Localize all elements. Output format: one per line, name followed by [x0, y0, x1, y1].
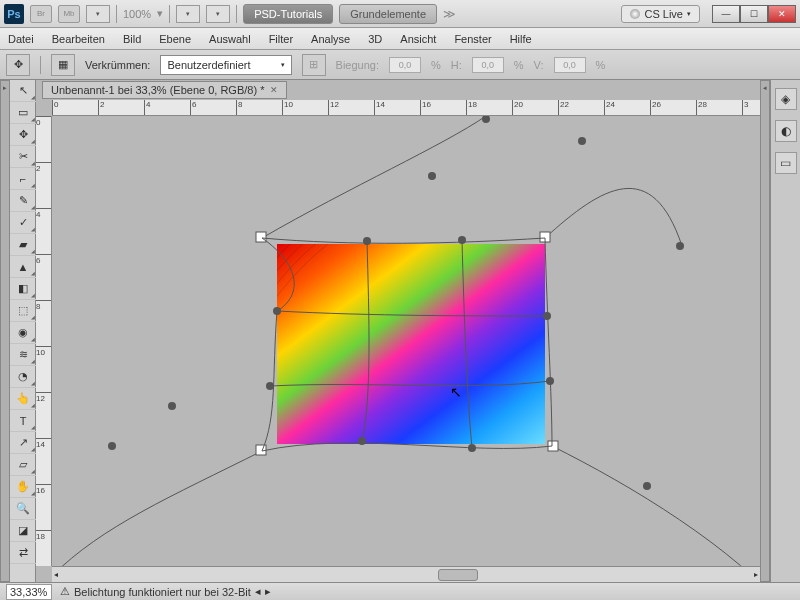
menu-bild[interactable]: Bild: [123, 33, 141, 45]
svg-point-12: [546, 377, 554, 385]
tool-brush[interactable]: ▰◢: [10, 234, 36, 256]
warning-icon: ⚠: [60, 585, 70, 598]
menu-analyse[interactable]: Analyse: [311, 33, 350, 45]
menubar: Datei Bearbeiten Bild Ebene Auswahl Filt…: [0, 28, 800, 50]
tool-hand[interactable]: ✋◢: [10, 476, 36, 498]
tool-blur[interactable]: ≋◢: [10, 344, 36, 366]
workspace-btn-1[interactable]: PSD-Tutorials: [243, 4, 333, 24]
view-dropdown-1[interactable]: [86, 5, 110, 23]
close-button[interactable]: ✕: [768, 5, 796, 23]
warp-grid-icon[interactable]: ▦: [51, 54, 75, 76]
tab-close-icon[interactable]: ✕: [270, 85, 278, 95]
tool-crop[interactable]: ⌐◢: [10, 168, 36, 190]
menu-hilfe[interactable]: Hilfe: [510, 33, 532, 45]
tool-type[interactable]: T◢: [10, 410, 36, 432]
menu-auswahl[interactable]: Auswahl: [209, 33, 251, 45]
titlebar-zoom[interactable]: 100%: [123, 8, 151, 20]
flyout-left[interactable]: ▸: [0, 80, 10, 582]
tool-mask[interactable]: ⇄: [10, 542, 36, 564]
tool-heal[interactable]: ✓◢: [10, 212, 36, 234]
panel-paths-icon[interactable]: ▭: [775, 152, 797, 174]
flyout-right[interactable]: ◂: [760, 80, 770, 582]
arrange-dropdown[interactable]: [176, 5, 200, 23]
tool-stamp[interactable]: ▲◢: [10, 256, 36, 278]
maximize-button[interactable]: ☐: [740, 5, 768, 23]
status-zoom-field[interactable]: 33,33%: [6, 584, 52, 600]
tool-wand[interactable]: ✂◢: [10, 146, 36, 168]
menu-datei[interactable]: Datei: [8, 33, 34, 45]
warp-orientation-icon: ⊞: [302, 54, 326, 76]
ruler-vertical[interactable]: 0246810121416182: [36, 116, 52, 566]
tool-dodge[interactable]: ◔◢: [10, 366, 36, 388]
scrollbar-horizontal[interactable]: ◂ ▸: [52, 566, 760, 582]
tool-shape[interactable]: ▱◢: [10, 454, 36, 476]
warp-preset-select[interactable]: Benutzerdefiniert: [160, 55, 291, 75]
menu-ansicht[interactable]: Ansicht: [400, 33, 436, 45]
warped-image[interactable]: [277, 244, 545, 444]
svg-point-11: [266, 382, 274, 390]
canvas-wrap: Unbenannt-1 bei 33,3% (Ebene 0, RGB/8) *…: [36, 80, 760, 582]
document-tabs: Unbenannt-1 bei 33,3% (Ebene 0, RGB/8) *…: [36, 80, 760, 100]
tool-eyedropper[interactable]: ✎◢: [10, 190, 36, 212]
minimize-button[interactable]: —: [712, 5, 740, 23]
svg-point-8: [428, 172, 436, 180]
svg-rect-2: [540, 232, 550, 242]
svg-point-18: [108, 442, 116, 450]
transform-tool-icon[interactable]: ✥: [6, 54, 30, 76]
tool-pen[interactable]: 👆◢: [10, 388, 36, 410]
canvas[interactable]: ↖: [52, 116, 760, 566]
panel-column: ◈ ◐ ▭: [770, 80, 800, 582]
h-field: 0,0: [472, 57, 504, 73]
panel-layers-icon[interactable]: ◈: [775, 88, 797, 110]
svg-point-19: [643, 482, 651, 490]
svg-rect-3: [256, 445, 266, 455]
tool-lasso[interactable]: ✥◢: [10, 124, 36, 146]
ruler-horizontal[interactable]: 02468101214161820222426283: [52, 100, 760, 116]
tool-swatch[interactable]: ◪: [10, 520, 36, 542]
status-warning: ⚠ Belichtung funktioniert nur bei 32-Bit…: [60, 585, 271, 598]
svg-rect-0: [277, 244, 545, 444]
cs-live-button[interactable]: CS Live▾: [621, 5, 700, 23]
tool-gradient[interactable]: ◉◢: [10, 322, 36, 344]
svg-point-5: [482, 116, 490, 123]
tool-marquee[interactable]: ▭◢: [10, 102, 36, 124]
panel-channels-icon[interactable]: ◐: [775, 120, 797, 142]
svg-point-16: [468, 444, 476, 452]
svg-point-6: [676, 242, 684, 250]
svg-point-14: [458, 236, 466, 244]
toolbox: ↖◢ ▭◢ ✥◢ ✂◢ ⌐◢ ✎◢ ✓◢ ▰◢ ▲◢ ◧◢ ⬚◢ ◉◢ ≋◢ ◔…: [10, 80, 36, 582]
menu-3d[interactable]: 3D: [368, 33, 382, 45]
menu-ebene[interactable]: Ebene: [159, 33, 191, 45]
workspace-btn-2[interactable]: Grundelemente: [339, 4, 437, 24]
app-logo[interactable]: Ps: [4, 4, 24, 24]
status-bar: 33,33% ⚠ Belichtung funktioniert nur bei…: [0, 582, 800, 600]
h-label: H:: [451, 59, 462, 71]
main-area: ▸ ↖◢ ▭◢ ✥◢ ✂◢ ⌐◢ ✎◢ ✓◢ ▰◢ ▲◢ ◧◢ ⬚◢ ◉◢ ≋◢…: [0, 80, 800, 582]
workspace-more-icon[interactable]: ≫: [443, 7, 456, 21]
svg-point-17: [168, 402, 176, 410]
tool-move[interactable]: ↖◢: [10, 80, 36, 102]
cursor-icon: ↖: [450, 384, 462, 400]
tool-eraser[interactable]: ⬚◢: [10, 300, 36, 322]
svg-point-7: [578, 137, 586, 145]
v-field: 0,0: [554, 57, 586, 73]
v-label: V:: [534, 59, 544, 71]
bend-field: 0,0: [389, 57, 421, 73]
minibridge-button[interactable]: Mb: [58, 5, 80, 23]
tool-zoom[interactable]: 🔍: [10, 498, 36, 520]
svg-rect-4: [548, 441, 558, 451]
document-tab[interactable]: Unbenannt-1 bei 33,3% (Ebene 0, RGB/8) *…: [42, 81, 287, 99]
bridge-button[interactable]: Br: [30, 5, 52, 23]
warp-label: Verkrümmen:: [85, 59, 150, 71]
screen-dropdown[interactable]: [206, 5, 230, 23]
tool-history[interactable]: ◧◢: [10, 278, 36, 300]
menu-fenster[interactable]: Fenster: [454, 33, 491, 45]
svg-rect-1: [256, 232, 266, 242]
menu-bearbeiten[interactable]: Bearbeiten: [52, 33, 105, 45]
bend-label: Biegung:: [336, 59, 379, 71]
options-bar: ✥ ▦ Verkrümmen: Benutzerdefiniert ⊞ Bieg…: [0, 50, 800, 80]
menu-filter[interactable]: Filter: [269, 33, 293, 45]
tool-path[interactable]: ↗◢: [10, 432, 36, 454]
scrollbar-thumb[interactable]: [438, 569, 478, 581]
titlebar: Ps Br Mb 100% ▾ PSD-Tutorials Grundeleme…: [0, 0, 800, 28]
